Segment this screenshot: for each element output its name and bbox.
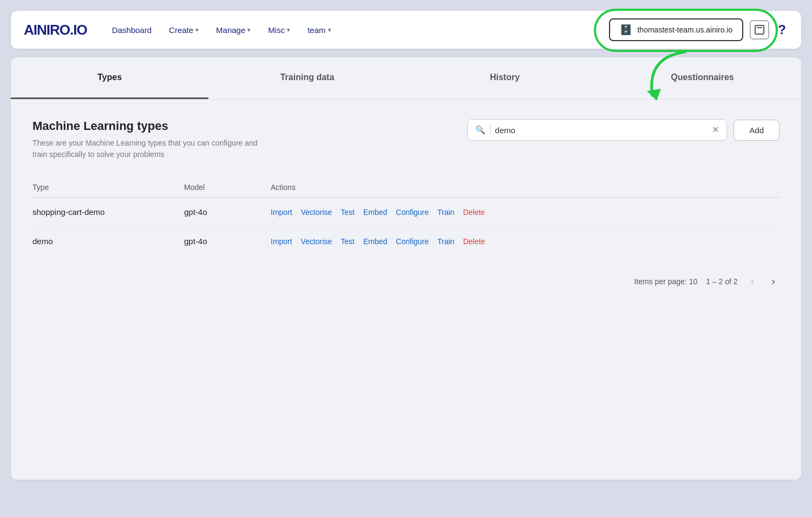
import-link-row2[interactable]: Import [271, 237, 292, 246]
nav-team[interactable]: team ▾ [300, 21, 338, 39]
embed-link-row2[interactable]: Embed [363, 237, 387, 246]
import-link-row1[interactable]: Import [271, 208, 292, 217]
nav-dashboard[interactable]: Dashboard [104, 21, 159, 39]
chevron-down-icon: ▾ [247, 27, 251, 34]
items-per-page-label: Items per page: 10 [634, 277, 698, 286]
endpoint-wrapper: 🗄️ thomastest-team.us.ainiro.io [609, 18, 743, 41]
type-cell: demo [32, 237, 184, 246]
next-page-button[interactable]: › [767, 273, 780, 290]
configure-link-row2[interactable]: Configure [396, 237, 429, 246]
section-info: Machine Learning types These are your Ma… [32, 119, 260, 160]
search-input[interactable] [495, 126, 708, 135]
help-button[interactable]: ? [776, 22, 788, 37]
pagination-range: 1 – 2 of 2 [706, 277, 737, 286]
vectorise-link-row2[interactable]: Vectorise [301, 237, 332, 246]
tab-questionnaires[interactable]: Questionnaires [604, 57, 801, 99]
table-row: shopping-cart-demo gpt-4o Import Vectori… [32, 198, 780, 227]
window-icon-btn[interactable] [750, 20, 769, 40]
col-actions: Actions [271, 183, 780, 192]
table-row: demo gpt-4o Import Vectorise Test Embed … [32, 227, 780, 256]
search-box: 🔍 ✕ [467, 119, 727, 141]
delete-link-row2[interactable]: Delete [463, 237, 484, 246]
ml-types-table: Type Model Actions shopping-cart-demo gp… [32, 178, 780, 256]
tab-training-data[interactable]: Training data [208, 57, 406, 99]
type-cell: shopping-cart-demo [32, 207, 184, 217]
section-title: Machine Learning types [32, 119, 260, 133]
table-header: Type Model Actions [32, 178, 780, 198]
train-link-row2[interactable]: Train [437, 237, 454, 246]
chevron-down-icon: ▾ [328, 27, 331, 34]
test-link-row2[interactable]: Test [340, 237, 355, 246]
logo: AINIRO.IO [24, 22, 87, 38]
tabs-bar: Types Training data History Questionnair… [11, 57, 801, 100]
svg-rect-2 [757, 27, 762, 28]
search-divider [490, 125, 490, 135]
nav-links: Dashboard Create ▾ Manage ▾ Misc ▾ team … [104, 21, 592, 39]
pagination: Items per page: 10 1 – 2 of 2 ‹ › [32, 269, 780, 290]
clear-search-button[interactable]: ✕ [712, 126, 719, 134]
svg-rect-1 [755, 25, 764, 34]
delete-link-row1[interactable]: Delete [463, 208, 484, 217]
embed-link-row1[interactable]: Embed [363, 208, 387, 217]
navbar: AINIRO.IO Dashboard Create ▾ Manage ▾ Mi… [11, 11, 801, 49]
database-icon: 🗄️ [620, 24, 632, 36]
section-header: Machine Learning types These are your Ma… [32, 119, 780, 160]
endpoint-label: thomastest-team.us.ainiro.io [637, 25, 732, 34]
nav-create[interactable]: Create ▾ [161, 21, 206, 39]
vectorise-link-row1[interactable]: Vectorise [301, 208, 332, 217]
nav-right: 🗄️ thomastest-team.us.ainiro.io ? [609, 18, 788, 41]
train-link-row1[interactable]: Train [437, 208, 454, 217]
endpoint-pill[interactable]: 🗄️ thomastest-team.us.ainiro.io [609, 18, 743, 41]
tab-types[interactable]: Types [11, 57, 208, 99]
main-card: Types Training data History Questionnair… [11, 57, 801, 480]
configure-link-row1[interactable]: Configure [396, 208, 429, 217]
chevron-down-icon: ▾ [287, 27, 290, 34]
test-link-row1[interactable]: Test [340, 208, 355, 217]
actions-cell: Import Vectorise Test Embed Configure Tr… [271, 237, 780, 246]
actions-cell: Import Vectorise Test Embed Configure Tr… [271, 208, 780, 217]
col-model: Model [184, 183, 271, 192]
prev-page-button[interactable]: ‹ [746, 273, 759, 290]
content-area: Machine Learning types These are your Ma… [11, 100, 801, 309]
col-type: Type [32, 183, 184, 192]
tab-history[interactable]: History [406, 57, 604, 99]
model-cell: gpt-4o [184, 237, 271, 246]
section-description: These are your Machine Learning types th… [32, 138, 260, 160]
chevron-down-icon: ▾ [195, 27, 199, 34]
search-add-bar: 🔍 ✕ Add [467, 119, 780, 141]
window-icon [755, 25, 764, 35]
search-icon: 🔍 [475, 125, 486, 135]
model-cell: gpt-4o [184, 207, 271, 217]
nav-manage[interactable]: Manage ▾ [208, 21, 258, 39]
add-button[interactable]: Add [734, 120, 780, 141]
nav-misc[interactable]: Misc ▾ [260, 21, 298, 39]
